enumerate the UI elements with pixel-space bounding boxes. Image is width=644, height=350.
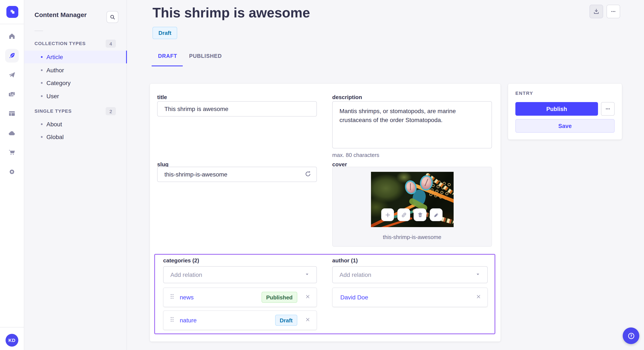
author-add-relation-select[interactable]: Add relation xyxy=(332,266,488,283)
publish-button[interactable]: Publish xyxy=(515,102,598,116)
section-collection-types: COLLECTION TYPES xyxy=(34,41,86,46)
cart-icon[interactable] xyxy=(5,146,19,159)
download-icon xyxy=(593,8,600,15)
sidebar-item-author[interactable]: Author xyxy=(24,64,127,77)
rail-divider xyxy=(0,24,24,24)
section-single-types: SINGLE TYPES xyxy=(34,108,72,114)
relation-link[interactable]: news xyxy=(180,294,194,301)
cover-caption: this-shrimp-is-awesome xyxy=(332,234,492,240)
subnav-title: Content Manager xyxy=(34,11,87,18)
sidebar-item-label: Category xyxy=(46,80,71,86)
relation-status-badge: Published xyxy=(262,292,297,303)
categories-add-relation-select[interactable]: Add relation xyxy=(163,266,317,283)
more-icon xyxy=(605,106,611,112)
media-library-icon[interactable] xyxy=(5,88,19,101)
entry-more-button[interactable] xyxy=(601,102,614,116)
select-placeholder: Add relation xyxy=(340,271,371,278)
more-icon xyxy=(610,8,616,14)
tab-draft[interactable]: DRAFT xyxy=(158,53,177,59)
relation-item-nature[interactable]: nature Draft xyxy=(163,311,317,330)
save-button[interactable]: Save xyxy=(515,119,614,133)
help-button[interactable]: ? xyxy=(623,328,639,344)
page-title: This shrimp is awesome xyxy=(152,5,310,21)
layout-icon[interactable] xyxy=(5,107,19,120)
sidebar-item-label: User xyxy=(46,93,59,100)
header-more-button[interactable] xyxy=(606,5,620,18)
home-icon[interactable] xyxy=(5,29,19,43)
relation-status-badge: Draft xyxy=(275,315,297,326)
categories-field-label: categories (2) xyxy=(163,257,199,264)
subnav-divider xyxy=(34,31,43,31)
description-helper: max. 80 characters xyxy=(332,152,379,158)
single-types-count: 2 xyxy=(106,107,116,115)
cover-actions xyxy=(381,208,442,221)
description-field-label: description xyxy=(332,94,362,100)
title-input[interactable]: This shrimp is awesome xyxy=(157,101,317,117)
question-icon: ? xyxy=(627,332,635,340)
tab-published[interactable]: PUBLISHED xyxy=(189,53,222,59)
chevron-down-icon xyxy=(304,271,310,278)
search-button[interactable] xyxy=(106,11,118,23)
sidebar-item-article[interactable]: Article xyxy=(24,51,127,63)
title-field-label: title xyxy=(157,94,167,100)
search-icon xyxy=(110,14,116,20)
collection-types-count: 4 xyxy=(106,39,116,48)
strapi-logo-icon xyxy=(9,8,16,15)
sidebar-item-user[interactable]: User xyxy=(24,90,127,103)
remove-relation-icon[interactable] xyxy=(305,293,310,301)
sidebar-item-global[interactable]: Global xyxy=(24,131,127,143)
relation-link[interactable]: David Doe xyxy=(340,294,368,301)
bullet-icon xyxy=(41,56,42,58)
description-textarea[interactable]: Mantis shrimps, or stomatopods, are mari… xyxy=(332,101,492,149)
bullet-icon xyxy=(41,123,42,125)
feather-icon[interactable] xyxy=(5,49,19,62)
trash-icon xyxy=(417,212,423,218)
plus-icon xyxy=(384,212,391,218)
slug-input[interactable]: this-shrimp-is-awesome xyxy=(157,167,317,182)
export-button[interactable] xyxy=(590,5,603,18)
remove-relation-icon[interactable] xyxy=(476,293,481,301)
author-field-label: author (1) xyxy=(332,257,358,264)
relation-link[interactable]: nature xyxy=(180,317,196,324)
cloud-icon[interactable] xyxy=(5,126,19,140)
entry-heading: ENTRY xyxy=(515,91,533,96)
link-icon xyxy=(400,212,407,218)
sidebar-item-label: Article xyxy=(46,54,63,60)
sidebar-item-about[interactable]: About xyxy=(24,118,127,131)
select-placeholder: Add relation xyxy=(170,271,202,278)
add-asset-button[interactable] xyxy=(381,208,394,221)
pencil-icon xyxy=(433,212,439,218)
bullet-icon xyxy=(41,82,42,84)
sidebar-item-label: Global xyxy=(46,134,64,140)
sidebar-item-category[interactable]: Category xyxy=(24,77,127,89)
edit-asset-button[interactable] xyxy=(430,208,442,221)
svg-text:?: ? xyxy=(630,334,632,338)
strapi-logo[interactable] xyxy=(6,6,18,18)
status-badge: Draft xyxy=(152,27,178,39)
paper-plane-icon[interactable] xyxy=(5,68,19,82)
relation-item-news[interactable]: news Published xyxy=(163,288,317,307)
relation-item-author[interactable]: David Doe xyxy=(332,288,488,307)
bullet-icon xyxy=(41,69,42,71)
rail-divider-bottom xyxy=(0,327,24,328)
refresh-icon xyxy=(304,170,312,178)
drag-handle-icon[interactable] xyxy=(170,293,175,301)
gear-icon[interactable] xyxy=(5,165,19,178)
bullet-icon xyxy=(41,136,42,138)
sidebar-item-label: About xyxy=(46,121,62,128)
sidebar-item-label: Author xyxy=(46,67,64,74)
chevron-down-icon xyxy=(475,271,480,278)
copy-link-button[interactable] xyxy=(398,208,410,221)
avatar[interactable]: KD xyxy=(6,334,18,347)
delete-asset-button[interactable] xyxy=(414,208,426,221)
remove-relation-icon[interactable] xyxy=(305,316,310,324)
tab-active-underline xyxy=(152,65,183,66)
bullet-icon xyxy=(41,95,42,97)
drag-handle-icon[interactable] xyxy=(170,316,175,324)
